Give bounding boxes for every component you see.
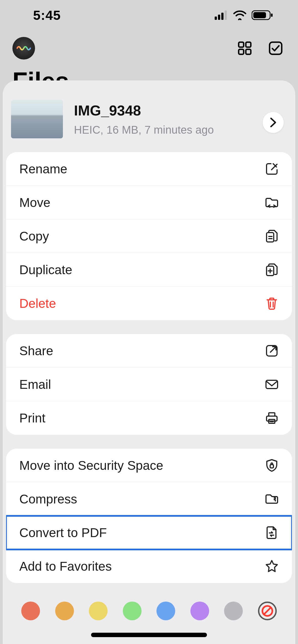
- color-tag-6[interactable]: [190, 602, 209, 620]
- folder-move-icon: [265, 196, 279, 209]
- delete-label: Delete: [19, 296, 56, 311]
- grid-view-icon[interactable]: [238, 41, 252, 55]
- color-tag-1[interactable]: [21, 602, 40, 620]
- compress-label: Compress: [19, 492, 77, 506]
- logo-wave-icon: [17, 45, 31, 52]
- copy-row[interactable]: Copy: [6, 219, 292, 253]
- rename-row[interactable]: Rename: [6, 152, 292, 186]
- color-tag-row: [3, 602, 295, 620]
- security-label: Move into Security Space: [19, 458, 163, 473]
- svg-rect-0: [215, 17, 217, 20]
- app-logo[interactable]: [12, 37, 35, 60]
- delete-row[interactable]: Delete: [6, 287, 292, 320]
- color-tag-7[interactable]: [224, 602, 243, 620]
- security-space-row[interactable]: Move into Security Space: [6, 449, 292, 482]
- doc-plus-icon: [265, 263, 279, 277]
- svg-rect-10: [246, 49, 251, 54]
- file-details-button[interactable]: [263, 112, 284, 133]
- zip-icon: [265, 492, 279, 506]
- action-group-more: Move into Security Space Compress Conver…: [6, 449, 292, 583]
- file-name: IMG_9348: [74, 102, 214, 119]
- svg-rect-12: [267, 233, 274, 242]
- share-out-icon: [265, 344, 279, 358]
- favorite-label: Add to Favorites: [19, 559, 112, 574]
- printer-icon: [265, 411, 279, 425]
- move-row[interactable]: Move: [6, 186, 292, 219]
- action-sheet: IMG_9348 HEIC, 16 MB, 7 minutes ago Rena…: [3, 80, 295, 644]
- star-icon: [265, 559, 279, 573]
- svg-rect-7: [239, 42, 244, 47]
- file-header[interactable]: IMG_9348 HEIC, 16 MB, 7 minutes ago: [6, 97, 292, 152]
- status-time: 5:45: [33, 8, 61, 23]
- share-label: Share: [19, 343, 53, 358]
- color-tag-5[interactable]: [156, 602, 175, 620]
- cellular-icon: [215, 10, 228, 20]
- chevron-right-icon: [269, 117, 277, 128]
- print-label: Print: [19, 411, 46, 425]
- convert-pdf-row[interactable]: Convert to PDF: [6, 516, 292, 549]
- doc-convert-icon: [265, 526, 279, 540]
- svg-rect-3: [225, 10, 227, 20]
- rename-label: Rename: [19, 161, 67, 176]
- svg-line-21: [264, 607, 271, 615]
- color-tag-3[interactable]: [89, 602, 108, 620]
- color-tag-4[interactable]: [123, 602, 142, 620]
- shield-lock-icon: [265, 459, 279, 472]
- doc-copy-icon: [265, 229, 279, 243]
- file-meta: HEIC, 16 MB, 7 minutes ago: [74, 124, 214, 136]
- duplicate-label: Duplicate: [19, 262, 72, 277]
- svg-rect-2: [221, 13, 223, 20]
- move-label: Move: [19, 195, 50, 210]
- file-thumbnail: [11, 100, 63, 138]
- duplicate-row[interactable]: Duplicate: [6, 253, 292, 287]
- wifi-icon: [233, 10, 247, 20]
- color-tag-none[interactable]: [258, 602, 277, 620]
- svg-rect-19: [270, 465, 273, 468]
- battery-icon: [252, 10, 273, 20]
- action-group-share: Share Email Print: [6, 334, 292, 435]
- status-bar: 5:45: [0, 0, 298, 30]
- share-row[interactable]: Share: [6, 334, 292, 368]
- mail-icon: [265, 378, 279, 391]
- print-row[interactable]: Print: [6, 401, 292, 435]
- email-label: Email: [19, 377, 51, 392]
- svg-rect-1: [218, 15, 220, 20]
- svg-rect-11: [270, 42, 282, 54]
- action-group-file: Rename Move Copy Duplicate Delete: [6, 152, 292, 320]
- email-row[interactable]: Email: [6, 368, 292, 401]
- home-indicator[interactable]: [91, 633, 207, 637]
- favorite-row[interactable]: Add to Favorites: [6, 549, 292, 583]
- status-indicators: [215, 10, 273, 20]
- svg-rect-16: [267, 416, 277, 421]
- trash-icon: [265, 297, 279, 310]
- svg-rect-6: [271, 14, 273, 17]
- svg-rect-5: [253, 12, 266, 18]
- svg-rect-15: [266, 380, 278, 389]
- copy-label: Copy: [19, 229, 49, 244]
- color-tag-2[interactable]: [55, 602, 74, 620]
- edit-icon: [265, 162, 279, 176]
- select-icon[interactable]: [268, 41, 283, 55]
- svg-rect-9: [239, 49, 244, 54]
- compress-row[interactable]: Compress: [6, 482, 292, 516]
- svg-rect-17: [269, 413, 275, 416]
- convert-pdf-label: Convert to PDF: [19, 525, 107, 540]
- no-color-icon: [262, 605, 273, 617]
- svg-rect-8: [246, 42, 251, 47]
